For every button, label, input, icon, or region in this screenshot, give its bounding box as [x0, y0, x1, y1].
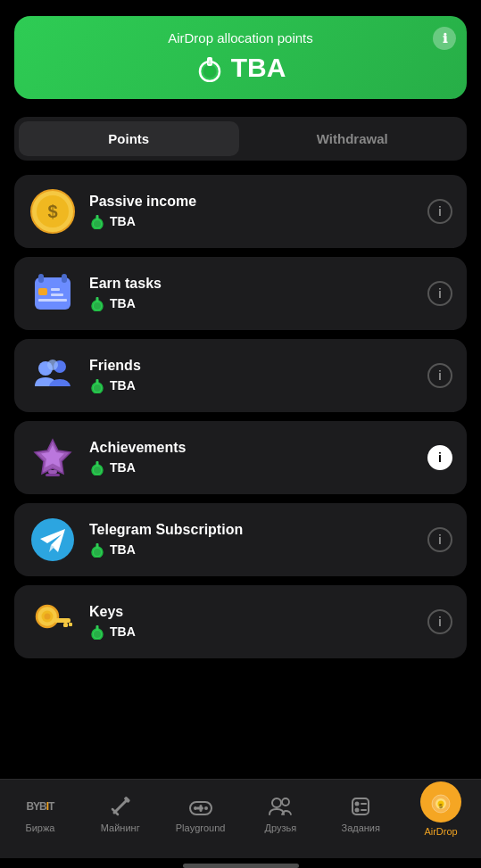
earn-tasks-content: Earn tasks TBA [89, 276, 415, 311]
tab-withdrawal[interactable]: Withdrawal [243, 121, 463, 156]
friends-info-button[interactable]: i [427, 363, 452, 388]
exchange-label: Биржа [25, 823, 54, 833]
keys-tba: TBA [89, 624, 415, 640]
telegram-content: Telegram Subscription TBA [89, 522, 415, 558]
svg-rect-27 [48, 470, 57, 474]
svg-point-56 [355, 802, 360, 806]
mining-icon [108, 794, 133, 819]
telegram-info-button[interactable]: i [427, 527, 452, 552]
svg-rect-28 [46, 474, 60, 476]
svg-point-43 [94, 631, 101, 638]
list-item-keys: Keys TBA i [14, 585, 467, 658]
medal-icon-small4 [89, 459, 105, 475]
passive-income-info-button[interactable]: i [427, 199, 452, 224]
svg-rect-57 [361, 803, 367, 805]
playground-label: Playground [176, 823, 226, 833]
friends-nav-label: Друзья [265, 823, 297, 833]
svg-point-23 [47, 360, 58, 370]
svg-point-53 [272, 798, 281, 807]
medal-icon-small6 [89, 624, 105, 640]
keys-info-button[interactable]: i [427, 609, 452, 634]
list-item-telegram: Telegram Subscription TBA i [14, 503, 467, 576]
medal-svg [195, 54, 224, 82]
svg-rect-55 [352, 798, 369, 814]
svg-point-19 [94, 302, 101, 310]
header-title: AirDrop allocation points [30, 30, 451, 45]
svg-rect-15 [51, 288, 60, 291]
svg-rect-14 [38, 288, 47, 295]
list-item-passive-income: $ Passive income TBA i [14, 175, 467, 248]
medal-icon-small2 [89, 295, 105, 311]
svg-point-30 [94, 467, 101, 474]
keys-icon [29, 598, 77, 646]
achievements-tba: TBA [89, 459, 415, 475]
nav-item-mining[interactable]: Майнинг [80, 790, 161, 837]
svg-rect-26 [96, 379, 99, 384]
tasks-icon [348, 794, 373, 819]
svg-line-45 [114, 800, 127, 813]
medal-icon-small5 [89, 541, 105, 558]
tasks-label: Задания [341, 823, 379, 833]
passive-income-tba: TBA [89, 213, 415, 229]
svg-point-58 [355, 808, 360, 813]
svg-rect-13 [62, 274, 67, 283]
svg-rect-40 [63, 623, 68, 627]
home-indicator [183, 864, 299, 868]
svg-text:$: $ [439, 803, 443, 810]
earn-tasks-tba: TBA [89, 295, 415, 311]
tab-points[interactable]: Points [19, 121, 239, 156]
achievements-info-button[interactable]: i [427, 445, 452, 470]
passive-income-icon: $ [29, 187, 77, 236]
svg-point-25 [94, 384, 101, 392]
friends-icon [29, 351, 77, 400]
svg-rect-35 [96, 543, 99, 549]
earn-tasks-title: Earn tasks [89, 276, 415, 292]
svg-point-2 [205, 67, 214, 76]
svg-rect-10 [96, 215, 99, 220]
friends-title: Friends [89, 358, 415, 374]
airdrop-label: AirDrop [424, 826, 457, 837]
svg-rect-41 [69, 623, 72, 626]
list-item-friends: Friends TBA i [14, 339, 467, 412]
list-item-earn-tasks: Earn tasks TBA i [14, 257, 467, 330]
friends-tba: TBA [89, 377, 415, 393]
friends-nav-icon [268, 794, 293, 819]
achievements-title: Achievements [89, 440, 415, 456]
nav-item-tasks[interactable]: Задания [320, 790, 401, 837]
mining-label: Майнинг [101, 823, 140, 833]
header-info-button[interactable]: ℹ [433, 27, 456, 50]
achievements-content: Achievements TBA [89, 440, 415, 475]
playground-icon [188, 794, 213, 819]
nav-item-playground[interactable]: Playground [161, 790, 241, 837]
earn-tasks-info-button[interactable]: i [427, 281, 452, 306]
info-icon: ℹ [443, 31, 447, 45]
passive-income-content: Passive income TBA [89, 194, 415, 229]
svg-point-9 [94, 220, 101, 227]
airdrop-icon: $ [420, 781, 461, 823]
medal-icon-small [89, 213, 105, 229]
svg-rect-52 [196, 807, 203, 810]
svg-rect-31 [96, 461, 99, 467]
svg-rect-17 [38, 299, 67, 302]
tab-switcher: Points Withdrawal [14, 117, 467, 161]
nav-item-exchange[interactable]: BYBIT Биржа [0, 790, 80, 837]
svg-rect-59 [361, 809, 367, 811]
svg-rect-16 [51, 293, 63, 296]
list-container: $ Passive income TBA i [14, 175, 467, 779]
exchange-icon: BYBIT [28, 794, 53, 819]
telegram-tba: TBA [89, 541, 415, 558]
svg-point-38 [45, 614, 51, 620]
svg-point-54 [282, 798, 289, 806]
svg-point-50 [204, 806, 208, 810]
header-banner: AirDrop allocation points ℹ TBA [14, 16, 467, 99]
header-tba-text: TBA [231, 53, 286, 83]
list-item-achievements: Achievements TBA i [14, 421, 467, 494]
svg-rect-39 [54, 618, 70, 623]
keys-title: Keys [89, 604, 415, 620]
achievements-icon [29, 434, 77, 482]
nav-item-friends[interactable]: Друзья [240, 790, 320, 837]
svg-point-34 [94, 549, 101, 556]
nav-item-airdrop[interactable]: $ AirDrop [401, 787, 481, 840]
svg-rect-12 [38, 274, 44, 283]
earn-tasks-icon [29, 269, 77, 318]
